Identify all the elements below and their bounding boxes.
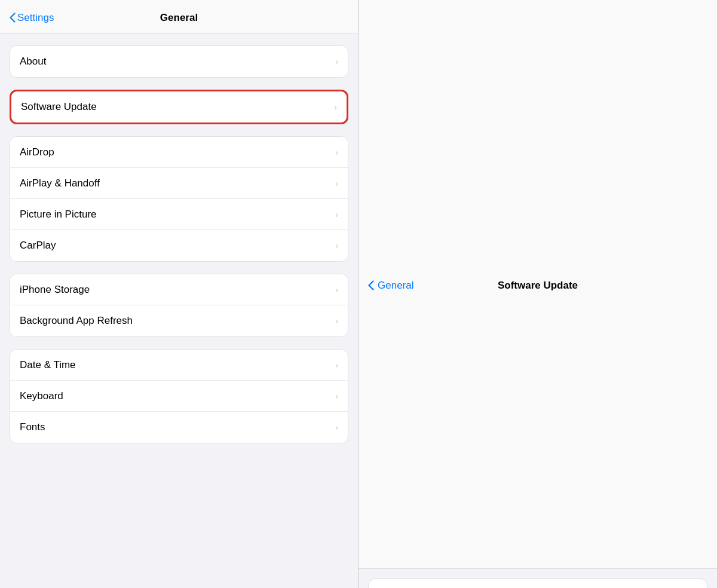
right-nav-title: Software Update [498,280,578,292]
settings-row-iphone-storage[interactable]: iPhone Storage › [10,274,348,305]
settings-group-1: About › [10,45,348,78]
settings-row-airdrop[interactable]: AirDrop › [10,137,348,168]
left-nav-header: Settings General [0,0,358,33]
settings-row-about[interactable]: About › [10,46,348,77]
settings-row-airplay-handoff[interactable]: AirPlay & Handoff › [10,168,348,199]
keyboard-label: Keyboard [20,390,63,402]
background-app-refresh-chevron: › [335,316,338,326]
left-panel: Settings General About › Software Update… [0,0,358,588]
settings-row-fonts[interactable]: Fonts › [10,412,348,443]
picture-in-picture-label: Picture in Picture [20,209,97,220]
date-time-label: Date & Time [20,359,76,371]
settings-row-carplay[interactable]: CarPlay › [10,230,348,261]
chevron-left-icon [10,13,16,23]
left-back-label: Settings [17,12,54,24]
keyboard-chevron: › [335,391,338,401]
right-back-button[interactable]: General [368,280,413,292]
settings-row-picture-in-picture[interactable]: Picture in Picture › [10,199,348,230]
airdrop-label: AirDrop [20,146,54,158]
left-nav-title: General [160,12,198,24]
fonts-chevron: › [335,422,338,432]
right-content-area: 17 iOS 17 Apple Inc. Downloaded iOS 17 b… [358,569,717,588]
right-chevron-left-icon [368,280,374,290]
settings-row-software-update[interactable]: Software Update › [11,91,347,122]
left-back-button[interactable]: Settings [10,12,54,24]
settings-row-background-app-refresh[interactable]: Background App Refresh › [10,305,348,336]
software-update-chevron: › [334,102,337,112]
airplay-handoff-chevron: › [335,179,338,188]
about-label: About [20,56,46,68]
carplay-label: CarPlay [20,240,56,252]
picture-in-picture-chevron: › [335,210,338,219]
settings-row-keyboard[interactable]: Keyboard › [10,381,348,412]
right-nav-header: General Software Update [358,0,717,569]
airdrop-chevron: › [335,148,338,157]
software-update-group: Software Update › [10,90,348,124]
airplay-handoff-label: AirPlay & Handoff [20,177,100,189]
date-time-chevron: › [335,360,338,370]
settings-group-4: Date & Time › Keyboard › Fonts › [10,349,348,443]
settings-row-date-time[interactable]: Date & Time › [10,350,348,381]
iphone-storage-chevron: › [335,285,338,295]
update-card: 17 iOS 17 Apple Inc. Downloaded iOS 17 b… [368,578,707,588]
carplay-chevron: › [335,241,338,250]
settings-group-2: AirDrop › AirPlay & Handoff › Picture in… [10,136,348,262]
fonts-label: Fonts [20,421,45,433]
software-update-label: Software Update [21,101,97,113]
background-app-refresh-label: Background App Refresh [20,315,133,327]
settings-list: About › Software Update › AirDrop › AirP… [0,33,358,588]
settings-group-3: iPhone Storage › Background App Refresh … [10,274,348,337]
right-panel: General Software Update 17 iOS 17 Apple … [358,0,717,588]
right-back-label: General [378,280,413,292]
iphone-storage-label: iPhone Storage [20,284,90,296]
about-chevron: › [335,57,338,66]
